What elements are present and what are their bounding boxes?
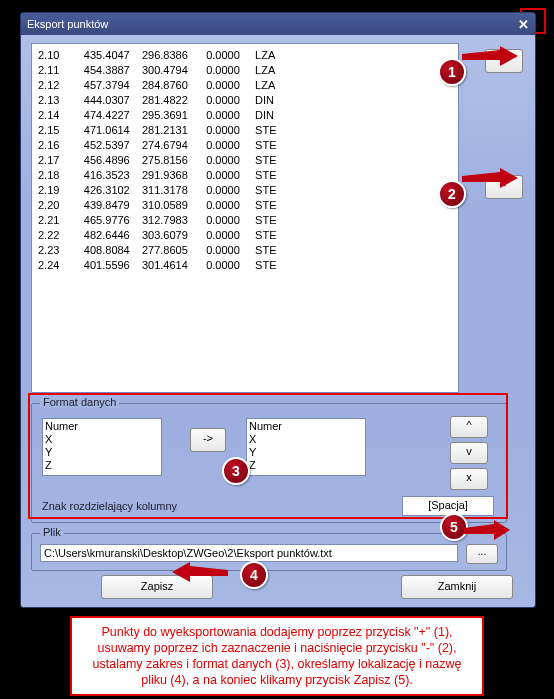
window-title: Eksport punktów [27, 18, 108, 30]
format-group-label: Format danych [40, 396, 119, 408]
caption-box: Punkty do wyeksportowania dodajemy poprz… [70, 616, 484, 696]
available-fields-list[interactable]: NumerXYZ [42, 418, 162, 476]
format-group: Format danych NumerXYZ -> NumerXYZ ^ v x… [31, 403, 507, 523]
close-button[interactable]: Zamknij [401, 575, 513, 599]
selected-fields-list[interactable]: NumerXYZ [246, 418, 366, 476]
move-right-button[interactable]: -> [190, 428, 226, 452]
points-listbox[interactable]: 2.10 435.4047 296.8386 0.0000 LZA 2.11 4… [31, 43, 459, 393]
dialog-body: 2.10 435.4047 296.8386 0.0000 LZA 2.11 4… [21, 35, 535, 607]
close-icon[interactable]: ✕ [518, 17, 529, 32]
separator-value[interactable]: [Spacja] [402, 496, 494, 516]
remove-field-button[interactable]: x [450, 468, 488, 490]
browse-button[interactable]: ... [466, 544, 498, 564]
file-group-label: Plik [40, 526, 64, 538]
dialog-window: Eksport punktów ✕ 2.10 435.4047 296.8386… [20, 12, 536, 608]
move-down-button[interactable]: v [450, 442, 488, 464]
add-button[interactable]: + [485, 49, 523, 73]
titlebar: Eksport punktów ✕ [21, 13, 535, 35]
move-up-button[interactable]: ^ [450, 416, 488, 438]
file-group: Plik C:\Users\kmuranski\Desktop\ZWGeo\2\… [31, 533, 507, 571]
file-path-input[interactable]: C:\Users\kmuranski\Desktop\ZWGeo\2\Ekspo… [40, 544, 458, 562]
save-button[interactable]: Zapisz [101, 575, 213, 599]
separator-label: Znak rozdzielający kolumny [42, 500, 177, 512]
remove-button[interactable]: - [485, 175, 523, 199]
